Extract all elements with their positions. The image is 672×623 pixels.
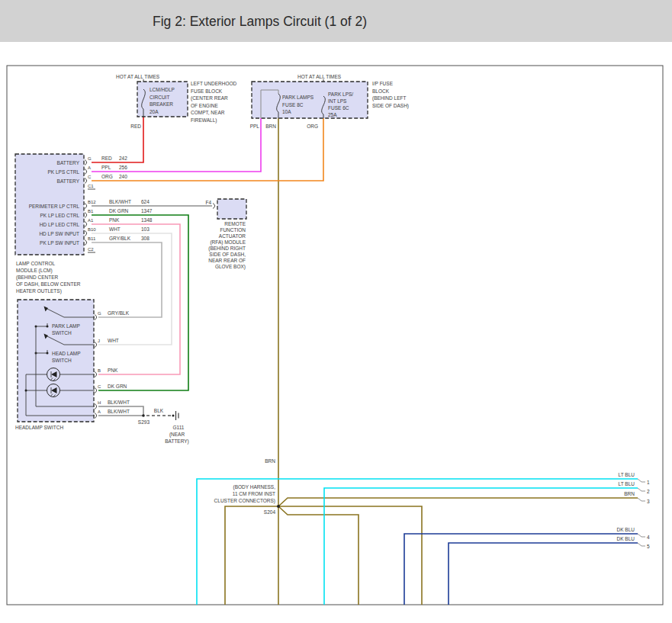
sw-pin-j: J: [98, 339, 100, 343]
lcm-pin-b11: B11: [88, 236, 96, 241]
lcm-num-242: 242: [119, 156, 127, 161]
ip-block-label-line2: BLOCK: [372, 88, 390, 94]
splice-s204-dot: [277, 505, 280, 508]
lcm-num-256: 256: [119, 165, 127, 170]
lcm-pin-a1: A1: [88, 218, 94, 223]
lcm-label-perimeter: PERIMETER LP CTRL: [29, 204, 80, 209]
splice-s293-dot: [142, 414, 145, 417]
connector-5-number: 5: [647, 544, 650, 549]
ip-block-label-line1: I/P FUSE: [372, 81, 394, 86]
ground-loc-line2: BATTERY): [165, 438, 189, 445]
left-block-label-line1: LEFT UNDERHOOD: [191, 81, 236, 86]
hot-at-all-times-mid: HOT AT ALL TIMES: [297, 74, 342, 79]
lcm-label-battery1: BATTERY: [57, 160, 80, 165]
ground-loc-line1: (NEAR: [169, 432, 185, 438]
lcm-caption-line5: HEATER OUTLETS): [16, 288, 62, 294]
lcm-pin-g: G: [88, 156, 92, 161]
fuse1-label-line1: PARK LAMPS: [282, 95, 314, 100]
ip-fuse-block-box: [252, 82, 368, 118]
sw-wire-pnk: PNK: [108, 368, 118, 373]
lcm-caption-line2: MODULE (LCM): [16, 268, 53, 274]
blk-wire-label: BLK: [154, 408, 164, 413]
lcm-num-240: 240: [119, 174, 127, 179]
sw-wire-wht: WHT: [108, 338, 119, 343]
lcm-num-1348: 1348: [141, 217, 153, 223]
rfa-caption-line6: SIDE OF DASH,: [209, 252, 246, 257]
fuse2-label-line1: PARK LPS/: [328, 92, 353, 97]
lcm-wire-wht: WHT: [109, 226, 121, 232]
lcm-wire-blkwht: BLK/WHT: [109, 199, 131, 204]
screenshot: Fig 2: Exterior Lamps Circuit (1 of 2): [0, 0, 672, 623]
diagram-frame: [7, 66, 663, 605]
harness-note-line2: 11 CM FROM INST: [233, 491, 275, 496]
lcm-caption-line1: LAMP CONTROL: [16, 261, 56, 266]
fuse1-label-line3: 10A: [282, 109, 291, 114]
lcm-pin-b10: B10: [88, 227, 96, 232]
connector-1-number: 1: [647, 480, 650, 485]
splice-s293-label: S293: [138, 419, 150, 425]
sw-pin-b: B: [98, 368, 101, 373]
connector-2-number: 2: [647, 489, 650, 494]
brn-wire-label: BRN: [265, 458, 275, 464]
harness-note-line1: (BODY HARNESS,: [233, 484, 275, 490]
sw-wire-gryblk: GRY/BLK: [108, 310, 130, 316]
breaker-label-line3: BREAKER: [150, 101, 173, 107]
rfa-box: [217, 199, 246, 219]
lcm-label-battery2: BATTERY: [57, 178, 80, 184]
ip-block-label-line3: (BEHIND LEFT: [372, 95, 406, 101]
lcm-wire-gryblk: GRY/BLK: [109, 236, 131, 241]
lcm-label-pk-sw: PK LP SW INPUT: [40, 240, 79, 246]
lcm-conn-c2: C2: [88, 247, 94, 252]
rfa-caption-line1: REMOTE: [224, 221, 246, 226]
brn-wire-label-top: BRN: [265, 124, 276, 129]
lcm-pin-b12: B12: [88, 200, 96, 204]
sw-pin-h: H: [98, 400, 101, 405]
sw-pin-a: A: [98, 409, 101, 414]
lcm-wire-pnk: PNK: [109, 217, 120, 223]
left-block-label-line6: FIREWALL): [191, 117, 217, 124]
breaker-label-line2: CIRCUIT: [150, 95, 169, 100]
splice-s204-label: S204: [264, 509, 276, 515]
fuse2-label-line4: 25A: [328, 112, 337, 117]
lcm-pin-c: C: [88, 175, 92, 179]
rfa-caption-line5: (BEHIND RIGHT: [208, 246, 246, 252]
ground-dot: [172, 415, 175, 417]
connector-1-wire-label: LT BLU: [619, 472, 635, 477]
rfa-caption-line7: NEAR REAR OF: [208, 258, 246, 263]
lcm-wire-ppl: PPL: [101, 165, 111, 170]
sw-wire-dkgrn: DK GRN: [108, 384, 127, 389]
fuse1-label-line2: FUSE 8C: [282, 102, 304, 108]
lcm-num-308: 308: [141, 236, 150, 241]
lcm-pin-a: A: [88, 165, 91, 170]
lcm-caption-line3: (BEHIND CENTER: [16, 275, 59, 281]
left-block-label-line2: FUSE BLOCK: [191, 88, 223, 94]
rfa-caption-line2: FUNCTION: [220, 227, 246, 233]
fuse2-label-line2: INT LPS: [328, 98, 347, 104]
sw-wire-blkwht-h: BLK/WHT: [108, 400, 130, 405]
headlamp-switch-caption: HEADLAMP SWITCH: [15, 425, 63, 430]
connector-3-number: 3: [647, 499, 650, 504]
sw-wire-blkwht-a: BLK/WHT: [108, 409, 130, 414]
hot-at-all-times-left: HOT AT ALL TIMES: [116, 74, 160, 79]
lcm-wire-red: RED: [101, 156, 112, 161]
left-block-label-line5: COMPT, NEAR: [191, 110, 225, 115]
connector-5-wire-label: DK BLU: [617, 536, 635, 541]
ppl-wire-label: PPL: [250, 124, 260, 129]
lcm-caption-line4: OF DASH, BELOW CENTER: [16, 281, 81, 287]
ip-block-label-line4: SIDE OF DASH): [372, 103, 409, 109]
connector-4-number: 4: [647, 535, 650, 540]
lcm-label-hd-led: HD LP LED CTRL: [40, 222, 80, 227]
lcm-num-103: 103: [141, 226, 150, 232]
left-block-label-line4: OF ENGINE: [191, 103, 218, 108]
fuse2-label-line3: FUSE 6C: [328, 105, 349, 111]
lcm-label-pk-led: PK LP LED CTRL: [40, 213, 79, 218]
lcm-wire-org: ORG: [101, 174, 113, 179]
connector-4-wire-label: DK BLU: [617, 527, 635, 532]
park-lamp-switch-label2: SWITCH: [52, 330, 72, 336]
page-title: Fig 2: Exterior Lamps Circuit (1 of 2): [153, 14, 367, 29]
harness-note-line3: CLUSTER CONNECTORS): [214, 498, 275, 504]
rfa-pin-f4: F4: [205, 200, 211, 205]
breaker-label-line4: 20A: [150, 109, 159, 114]
lcm-label-pk-lps-ctrl: PK LPS CTRL: [47, 169, 79, 175]
lcm-num-624: 624: [141, 199, 150, 204]
